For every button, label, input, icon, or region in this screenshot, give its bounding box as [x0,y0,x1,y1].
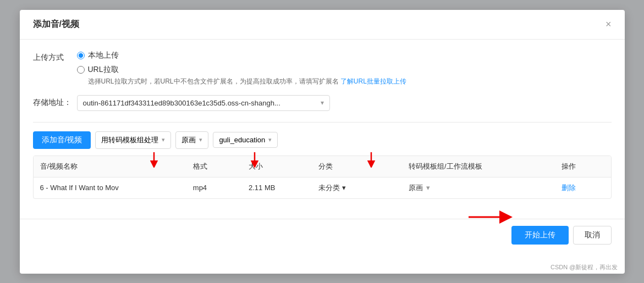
url-pull-radio[interactable] [77,66,85,74]
radio-group: 本地上传 URL拉取 选择URL拉取方式时，若URL中不包含文件扩展名，为提高拉… [77,51,612,86]
url-hint-link[interactable]: 了解URL批量拉取上传 [340,77,406,85]
add-media-button[interactable]: 添加音/视频 [33,131,91,149]
red-arrow-4 [469,207,513,226]
cell-format: mp4 [186,177,242,198]
col-header-name: 音/视频名称 [34,156,186,177]
modal-dialog: 添加音/视频 × 上传方式 本地上传 U [20,10,625,274]
template-cell-arrow[interactable]: ▾ [426,184,430,192]
local-upload-label: 本地上传 [88,51,119,60]
url-hint-text: 选择URL拉取方式时，若URL中不包含文件扩展名，为提高拉取成功率，请填写扩展名… [88,77,612,86]
header-row: 音/视频名称 格式 大小 分类 转码模板组/工作流模板 操作 [34,156,611,177]
category-tag-arrow: ▾ [342,184,346,192]
table-header: 音/视频名称 格式 大小 分类 转码模板组/工作流模板 操作 [34,156,611,177]
toolbar-container: 添加音/视频 用转码模板组处理 ▾ 原画 ▾ guli_education ▾ [33,131,612,156]
storage-dropdown-arrow: ▾ [321,99,324,107]
template-dropdown[interactable]: 用转码模板组处理 ▾ [95,131,171,149]
cell-size: 2.11 MB [242,177,312,198]
cell-action: 删除 [555,177,610,198]
upload-method-label: 上传方式 [33,51,77,63]
table-body: 6 - What If I Want to Mov mp4 2.11 MB 未分… [34,177,611,198]
category-dropdown[interactable]: guli_education ▾ [213,132,278,148]
delete-button[interactable]: 删除 [562,184,576,192]
col-header-format: 格式 [186,156,242,177]
storage-label: 存储地址： [33,98,77,108]
storage-select[interactable]: outin-861171df343311ed89b300163e1c35d5.o… [77,95,330,111]
modal-title: 添加音/视频 [33,19,79,30]
url-pull-section: URL拉取 选择URL拉取方式时，若URL中不包含文件扩展名，为提高拉取成功率，… [77,65,612,86]
template-label: 用转码模板组处理 [101,135,158,145]
col-header-template: 转码模板组/工作流模板 [402,156,555,177]
footer-arrow-container [469,207,513,227]
cancel-button[interactable]: 取消 [573,226,612,245]
quality-label: 原画 [181,135,196,145]
storage-value: outin-861171df343311ed89b300163e1c35d5.o… [83,99,280,107]
quality-dropdown[interactable]: 原画 ▾ [175,131,208,149]
table-container: 音/视频名称 格式 大小 分类 转码模板组/工作流模板 操作 6 - What … [33,156,612,199]
toolbar: 添加音/视频 用转码模板组处理 ▾ 原画 ▾ guli_education ▾ [33,131,612,156]
divider [33,122,612,123]
table-row: 6 - What If I Want to Mov mp4 2.11 MB 未分… [34,177,611,198]
close-button[interactable]: × [606,19,612,29]
url-pull-option[interactable]: URL拉取 [77,65,612,75]
template-arrow: ▾ [162,136,165,143]
col-header-category: 分类 [312,156,402,177]
local-upload-radio[interactable] [77,52,85,59]
cell-category: 未分类 ▾ [312,177,402,198]
category-arrow: ▾ [268,136,272,143]
cell-template: 原画 ▾ [402,177,555,198]
upload-method-row: 上传方式 本地上传 URL拉取 选择 [33,51,612,86]
footer-actions: 开始上传 取消 [511,226,612,245]
quality-arrow: ▾ [199,136,202,143]
url-pull-label: URL拉取 [88,65,119,75]
watermark: CSDN @新徒程，再出发 [551,263,618,271]
start-upload-button[interactable]: 开始上传 [511,226,569,245]
storage-row: 存储地址： outin-861171df343311ed89b300163e1c… [33,95,612,111]
modal-header: 添加音/视频 × [20,10,625,40]
cell-name: 6 - What If I Want to Mov [34,177,186,198]
modal-footer: 开始上传 取消 [20,219,625,251]
modal-overlay: 添加音/视频 × 上传方式 本地上传 U [0,0,644,283]
col-header-size: 大小 [242,156,312,177]
media-table: 音/视频名称 格式 大小 分类 转码模板组/工作流模板 操作 6 - What … [34,156,611,198]
local-upload-option[interactable]: 本地上传 [77,51,612,60]
col-header-action: 操作 [555,156,610,177]
modal-body: 上传方式 本地上传 URL拉取 选择 [20,40,625,210]
category-label: guli_education [219,136,265,144]
template-cell-content: 原画 ▾ [409,183,548,193]
category-tag[interactable]: 未分类 ▾ [318,183,346,193]
upload-method-content: 本地上传 URL拉取 选择URL拉取方式时，若URL中不包含文件扩展名，为提高拉… [77,51,612,86]
